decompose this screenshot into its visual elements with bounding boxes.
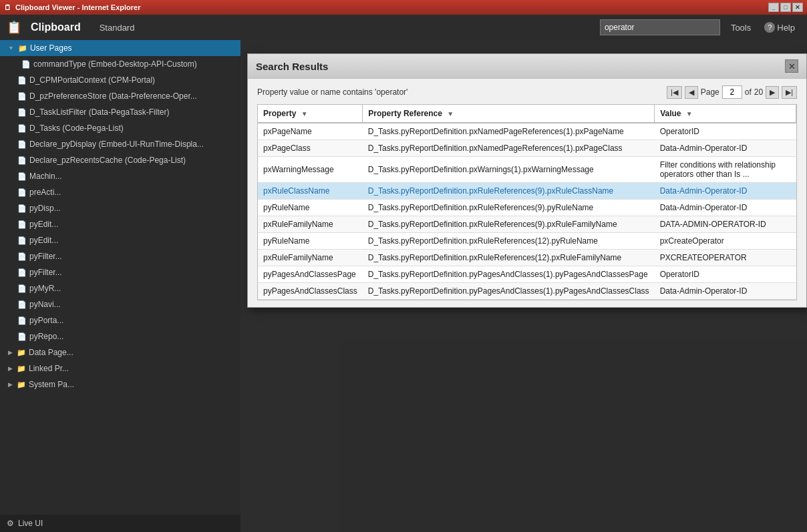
sidebar-item-pydisp[interactable]: 📄 pyDisp... (0, 200, 240, 216)
file-icon: 📄 (17, 316, 27, 325)
table-header-row: Property ▼ Property Reference ▼ Value (258, 105, 796, 123)
sort-icon-property: ▼ (301, 110, 308, 117)
sort-icon-reference: ▼ (447, 110, 454, 117)
sidebar-item-label: pyMyR... (29, 284, 61, 293)
table-row: pxRuleFamilyNameD_Tasks.pyReportDefiniti… (258, 216, 796, 233)
table-row: pyRuleNameD_Tasks.pyReportDefinition.pxR… (258, 200, 796, 216)
live-ui-button[interactable]: ⚙ Live UI (0, 515, 240, 532)
sidebar-item-label: pyDisp... (29, 204, 61, 213)
dialog-body: Property value or name contains 'operato… (248, 79, 806, 307)
sidebar-item-linked-pr[interactable]: ▶ 📁 Linked Pr... (0, 360, 240, 376)
dialog-close-button[interactable]: ✕ (785, 59, 798, 73)
maximize-button[interactable]: □ (780, 3, 791, 12)
file-icon: 📄 (21, 60, 31, 69)
sidebar-item-declare-pzrecentscache[interactable]: 📄 Declare_pzRecentsCache (Code-Pega-List… (0, 152, 240, 168)
last-page-button[interactable]: ▶| (782, 86, 797, 99)
sidebar-item-label: Data Page... (29, 348, 73, 357)
table-row: pxPageNameD_Tasks.pyReportDefinition.pxN… (258, 123, 796, 140)
sidebar-item-machin[interactable]: 📄 Machin... (0, 168, 240, 184)
sidebar-item-pyedit1[interactable]: 📄 pyEdit... (0, 216, 240, 232)
sidebar-item-pynavi[interactable]: 📄 pyNavi... (0, 296, 240, 312)
next-page-button[interactable]: ▶ (766, 86, 779, 99)
sidebar-item-pyfilter1[interactable]: 📄 pyFilter... (0, 248, 240, 264)
help-icon: ? (764, 22, 775, 33)
table-row: pyRuleNameD_Tasks.pyReportDefinition.pxR… (258, 233, 796, 250)
expand-arrow-icon: ▶ (8, 365, 13, 372)
close-window-button[interactable]: ✕ (792, 3, 803, 12)
sidebar-item-declare-pydisplay[interactable]: 📄 Declare_pyDisplay (Embed-UI-RunTime-Di… (0, 136, 240, 152)
col-reference[interactable]: Property Reference ▼ (363, 105, 655, 123)
dialog-title: Search Results (256, 61, 328, 72)
sort-icon-value: ▼ (686, 110, 693, 117)
sidebar-item-pymyr[interactable]: 📄 pyMyR... (0, 280, 240, 296)
sidebar-item-label: D_CPMPortalContext (CPM-Portal) (29, 75, 155, 85)
sidebar-item-user-pages[interactable]: ▼ 📁 User Pages (0, 40, 240, 56)
table-row: pyPagesAndClassesClassD_Tasks.pyReportDe… (258, 283, 796, 300)
title-bar-controls: _ □ ✕ (768, 3, 803, 12)
folder-icon: 📁 (18, 44, 27, 53)
sidebar-item-cpmportalcontext[interactable]: 📄 D_CPMPortalContext (CPM-Portal) (0, 72, 240, 88)
help-menu[interactable]: ? Help (759, 19, 800, 35)
main-layout: ▼ 📁 User Pages 📄 commandType (Embed-Desk… (0, 40, 807, 532)
prev-page-button[interactable]: ◀ (685, 86, 698, 99)
sidebar-item-data-pages[interactable]: ▶ 📁 Data Page... (0, 344, 240, 360)
property-link[interactable]: pxRuleClassName (263, 186, 329, 196)
minimize-button[interactable]: _ (768, 3, 779, 12)
title-bar-icon: 🗒 (4, 3, 11, 11)
file-icon: 📄 (17, 268, 27, 277)
of-label: of (745, 87, 752, 97)
col-value[interactable]: Value ▼ (655, 105, 796, 123)
sidebar-item-pyrepo[interactable]: 📄 pyRepo... (0, 328, 240, 344)
first-page-button[interactable]: |◀ (667, 86, 682, 99)
live-ui-icon: ⚙ (7, 519, 14, 528)
reference-link[interactable]: D_Tasks.pyReportDefinition.pxRuleReferen… (368, 186, 614, 196)
file-icon: 📄 (17, 236, 27, 245)
results-table: Property ▼ Property Reference ▼ Value (258, 105, 796, 300)
sidebar-item-commandtype[interactable]: 📄 commandType (Embed-Desktop-API-Custom) (0, 56, 240, 72)
page-input[interactable] (722, 85, 742, 99)
sidebar-item-label: pyEdit... (29, 236, 58, 245)
sidebar-item-dtasks[interactable]: 📄 D_Tasks (Code-Pega-List) (0, 120, 240, 136)
file-icon: 📄 (17, 284, 27, 293)
help-label: Help (777, 23, 795, 33)
table-body: pxPageNameD_Tasks.pyReportDefinition.pxN… (258, 123, 796, 300)
col-property[interactable]: Property ▼ (258, 105, 363, 123)
file-icon: 📄 (17, 204, 27, 213)
sidebar-item-label: pyFilter... (29, 252, 62, 261)
sidebar-item-label: D_TaskListFilter (Data-PegaTask-Filter) (29, 107, 169, 117)
sidebar-item-tasklistfilter[interactable]: 📄 D_TaskListFilter (Data-PegaTask-Filter… (0, 104, 240, 120)
tools-menu[interactable]: Tools (725, 20, 756, 35)
title-bar: 🗒 Clipboard Viewer - Internet Explorer _… (0, 0, 807, 15)
table-row: pyPagesAndClassesPageD_Tasks.pyReportDef… (258, 266, 796, 283)
expand-arrow-icon: ▶ (8, 349, 13, 356)
folder-icon: 📁 (17, 380, 26, 389)
sidebar-item-label: pyEdit... (29, 220, 58, 229)
sidebar-item-label: Declare_pyDisplay (Embed-UI-RunTime-Disp… (29, 140, 204, 149)
pagination: |◀ ◀ Page of 20 ▶ ▶| (667, 85, 797, 99)
app-name: Clipboard (31, 21, 81, 33)
sidebar-item-label: pyRepo... (29, 332, 63, 341)
sidebar-item-system-pa[interactable]: ▶ 📁 System Pa... (0, 376, 240, 392)
sidebar-item-pyporta[interactable]: 📄 pyPorta... (0, 312, 240, 328)
sidebar-item-label: D_pzPreferenceStore (Data-Preference-Ope… (29, 91, 197, 101)
sidebar-item-label: User Pages (30, 43, 72, 53)
title-bar-text: Clipboard Viewer - Internet Explorer (15, 3, 140, 11)
results-description: Property value or name contains 'operato… (257, 87, 408, 97)
sidebar-item-preferencestore[interactable]: 📄 D_pzPreferenceStore (Data-Preference-O… (0, 88, 240, 104)
sidebar-item-label: Declare_pzRecentsCache (Code-Pega-List) (29, 156, 186, 165)
sidebar-item-label: System Pa... (29, 380, 74, 389)
sidebar-item-label: commandType (Embed-Desktop-API-Custom) (33, 59, 197, 69)
results-table-wrapper: Property ▼ Property Reference ▼ Value (257, 104, 797, 300)
expand-arrow-icon: ▶ (8, 381, 13, 388)
standard-menu[interactable]: Standard (94, 20, 140, 35)
sidebar-item-pyedit2[interactable]: 📄 pyEdit... (0, 232, 240, 248)
sidebar-item-pyfilter2[interactable]: 📄 pyFilter... (0, 264, 240, 280)
file-icon: 📄 (17, 76, 27, 85)
value-link[interactable]: Data-Admin-Operator-ID (660, 186, 748, 196)
sidebar-item-preacti[interactable]: 📄 preActi... (0, 184, 240, 200)
sidebar-item-label: pyFilter... (29, 268, 62, 277)
file-icon: 📄 (17, 140, 27, 149)
file-icon: 📄 (17, 124, 27, 133)
sidebar-item-label: D_Tasks (Code-Pega-List) (29, 123, 124, 133)
search-input[interactable] (600, 19, 720, 35)
